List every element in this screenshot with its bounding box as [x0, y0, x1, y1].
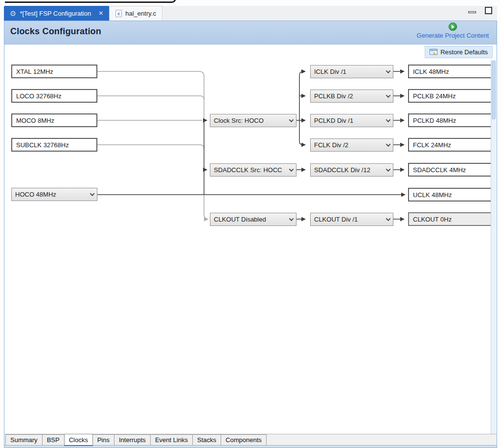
chevron-down-icon	[87, 193, 97, 196]
clock-src-dropdown[interactable]: Clock Src: HOCO	[210, 114, 296, 127]
play-icon[interactable]	[449, 22, 457, 31]
divider-label: PCLKB Div /2	[314, 92, 383, 100]
tab-label: BSP	[47, 436, 60, 444]
clock-source-xtal: XTAL 12MHz	[11, 65, 97, 78]
clock-source-label: MOCO 8MHz	[16, 117, 54, 124]
chevron-down-icon	[286, 218, 296, 221]
output-uclk: UCLK 48MHz	[408, 188, 493, 202]
maximize-icon[interactable]	[485, 7, 492, 14]
output-label: UCLK 48MHz	[413, 191, 452, 199]
close-icon[interactable]: ✕	[98, 10, 103, 17]
output-label: ICLK 48MHz	[413, 68, 449, 75]
output-pclkb: PCLKB 24MHz	[408, 89, 493, 103]
toolbar-row: Restore Defaults	[4, 45, 497, 60]
gear-icon: ⚙	[10, 10, 16, 17]
minimize-icon[interactable]	[468, 11, 476, 13]
output-iclk: ICLK 48MHz	[408, 65, 493, 78]
tab-clocks[interactable]: Clocks	[64, 434, 93, 445]
chevron-down-icon	[383, 168, 393, 172]
divider-label: FCLK Div /2	[314, 141, 383, 149]
output-clkout: CLKOUT 0Hz	[408, 212, 493, 226]
output-pclkd: PCLKD 48MHz	[408, 113, 493, 127]
tab-stacks[interactable]: Stacks	[192, 434, 221, 445]
clkout-mode-dropdown[interactable]: CLKOUT Disabled	[210, 213, 296, 226]
clock-tree-canvas: XTAL 12MHz LOCO 32768Hz MOCO 8MHz SUBCLK…	[4, 60, 497, 434]
iclk-div-dropdown[interactable]: ICLK Div /1	[310, 65, 393, 78]
output-label: SDADCCLK 4MHz	[413, 166, 466, 174]
restore-defaults-label: Restore Defaults	[440, 48, 488, 56]
editor-tab-bar: ⚙ *[Test] FSP Configuration ✕ c hal_entr…	[4, 6, 497, 21]
output-label: PCLKD 48MHz	[413, 117, 456, 124]
fclk-div-dropdown[interactable]: FCLK Div /2	[310, 138, 393, 152]
selector-label: CLKOUT Disabled	[214, 216, 286, 223]
generate-project-content-button[interactable]: Generate Project Content	[417, 22, 489, 39]
tab-label: hal_entry.c	[125, 10, 156, 17]
tab-components[interactable]: Components	[221, 434, 267, 445]
clock-source-label: LOCO 32768Hz	[16, 92, 62, 100]
chevron-down-icon	[383, 119, 393, 122]
bottom-frame-strip	[4, 445, 497, 448]
chevron-down-icon	[286, 168, 296, 172]
sdadcclk-div-dropdown[interactable]: SDADCCLK Div /12	[310, 163, 393, 177]
chevron-down-icon	[383, 94, 393, 98]
restore-defaults-button[interactable]: Restore Defaults	[425, 46, 493, 58]
tab-label: Pins	[97, 436, 110, 444]
pclkd-div-dropdown[interactable]: PCLKD Div /1	[310, 114, 393, 127]
generate-project-content-label: Generate Project Content	[417, 32, 489, 39]
chevron-down-icon	[383, 143, 393, 147]
tab-label: Components	[226, 436, 262, 444]
clock-source-moco: MOCO 8MHz	[11, 113, 97, 127]
clock-source-hoco-dropdown[interactable]: HOCO 48MHz	[11, 188, 97, 201]
clock-source-label: XTAL 12MHz	[16, 68, 53, 75]
sdadcclk-src-dropdown[interactable]: SDADCCLK Src: HOCC	[210, 163, 296, 177]
tab-hal-entry[interactable]: c hal_entry.c	[109, 6, 162, 21]
scrollbar-thumb[interactable]	[492, 61, 496, 119]
clock-source-label: HOCO 48MHz	[15, 191, 87, 198]
clocks-configuration-pane: Clocks Configuration Generate Project Co…	[4, 21, 497, 448]
tab-bsp[interactable]: BSP	[42, 434, 65, 445]
pclkb-div-dropdown[interactable]: PCLKB Div /2	[310, 90, 393, 103]
vertical-scrollbar[interactable]	[491, 60, 496, 434]
tab-pins[interactable]: Pins	[92, 434, 114, 445]
tab-label: Stacks	[197, 436, 216, 444]
chevron-down-icon	[383, 218, 393, 221]
tab-label: Clocks	[69, 436, 88, 444]
tab-summary[interactable]: Summary	[5, 434, 43, 445]
clock-source-subclk: SUBCLK 32768Hz	[11, 138, 97, 152]
divider-label: CLKOUT Div /1	[314, 216, 383, 223]
top-panel-edge-decoration	[5, 0, 176, 3]
fsp-configuration-window: ⚙ *[Test] FSP Configuration ✕ c hal_entr…	[0, 0, 501, 448]
divider-label: SDADCCLK Div /12	[314, 166, 383, 174]
window-controls	[468, 7, 492, 14]
tab-interrupts[interactable]: Interrupts	[114, 434, 151, 445]
tab-label: *[Test] FSP Configuration	[20, 10, 91, 17]
bottom-tab-bar: Summary BSP Clocks Pins Interrupts Event…	[4, 434, 497, 445]
tab-fsp-configuration[interactable]: ⚙ *[Test] FSP Configuration ✕	[4, 6, 109, 21]
output-label: FCLK 24MHz	[413, 141, 451, 149]
tab-event-links[interactable]: Event Links	[150, 434, 193, 445]
restore-defaults-icon	[430, 49, 437, 55]
output-label: CLKOUT 0Hz	[413, 216, 452, 223]
divider-label: PCLKD Div /1	[314, 117, 383, 124]
tab-label: Interrupts	[119, 436, 146, 444]
clock-source-loco: LOCO 32768Hz	[11, 89, 97, 103]
header-band: Clocks Configuration Generate Project Co…	[4, 21, 497, 45]
selector-label: Clock Src: HOCO	[214, 117, 286, 124]
clkout-div-dropdown[interactable]: CLKOUT Div /1	[310, 213, 393, 226]
chevron-down-icon	[286, 119, 296, 122]
output-label: PCLKB 24MHz	[413, 92, 455, 100]
clock-source-label: SUBCLK 32768Hz	[16, 141, 69, 149]
selector-label: SDADCCLK Src: HOCC	[214, 166, 286, 174]
tab-label: Event Links	[155, 436, 188, 444]
page-title: Clocks Configuration	[10, 26, 101, 37]
chevron-down-icon	[383, 70, 393, 73]
c-file-icon: c	[115, 10, 122, 17]
output-sdadcclk: SDADCCLK 4MHz	[408, 163, 493, 177]
tab-label: Summary	[10, 436, 38, 444]
divider-label: ICLK Div /1	[314, 68, 383, 75]
output-fclk: FCLK 24MHz	[408, 138, 493, 152]
